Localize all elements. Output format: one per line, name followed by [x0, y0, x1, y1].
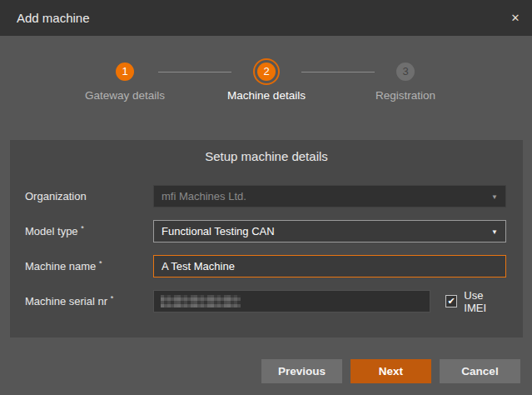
redacted-serial-value — [161, 295, 241, 308]
wizard-stepper: 1 2 3 Gateway details Machine details Re… — [0, 36, 532, 140]
use-imei-group: ✔ Use IMEI — [445, 289, 506, 314]
step-1-label: Gateway details — [67, 89, 183, 102]
step-2-circle[interactable]: 2 — [253, 58, 280, 85]
machine-serial-input[interactable] — [153, 290, 430, 312]
organization-label: Organization — [25, 189, 153, 202]
panel-title: Setup machine details — [10, 140, 523, 163]
cancel-button[interactable]: Cancel — [440, 359, 520, 383]
next-button[interactable]: Next — [351, 359, 431, 383]
form-rows: Organization mfi Machines Ltd. ▼ Model t… — [25, 185, 506, 325]
machine-name-input[interactable] — [153, 255, 506, 278]
close-icon[interactable]: ✕ — [507, 10, 524, 27]
model-type-value: Functional Testing CAN — [154, 225, 275, 238]
step-2-number: 2 — [257, 62, 276, 81]
model-type-select[interactable]: Functional Testing CAN ▼ — [153, 220, 506, 242]
machine-serial-label: Machine serial nr * — [25, 294, 153, 308]
model-type-row: Model type * Functional Testing CAN ▼ — [25, 220, 506, 242]
organization-select[interactable]: mfi Machines Ltd. ▼ — [153, 185, 506, 208]
machine-details-panel: Setup machine details Organization mfi M… — [10, 140, 523, 338]
machine-name-label: Machine name * — [25, 259, 153, 272]
footer-buttons: Previous Next Cancel — [261, 359, 520, 383]
chevron-down-icon: ▼ — [491, 192, 498, 200]
add-machine-dialog: Add machine ✕ 1 2 3 Gateway details Mach… — [0, 0, 532, 395]
stepper-connector — [301, 72, 375, 72]
step-1-circle[interactable]: 1 — [116, 62, 134, 81]
chevron-down-icon: ▼ — [491, 228, 498, 235]
dialog-title: Add machine — [17, 0, 90, 36]
step-3-circle[interactable]: 3 — [396, 62, 415, 81]
step-2-label: Machine details — [208, 89, 325, 102]
title-bar: Add machine ✕ — [0, 0, 532, 36]
machine-serial-row: Machine serial nr * ✔ Use IMEI — [25, 290, 506, 312]
organization-value: mfi Machines Ltd. — [154, 190, 246, 202]
stepper-connector — [158, 72, 231, 72]
step-3-label: Registration — [347, 89, 464, 102]
machine-name-row: Machine name * — [25, 255, 506, 278]
use-imei-checkbox[interactable]: ✔ — [445, 295, 457, 308]
use-imei-label: Use IMEI — [464, 289, 506, 314]
model-type-label: Model type * — [25, 224, 153, 238]
organization-row: Organization mfi Machines Ltd. ▼ — [25, 185, 506, 208]
previous-button[interactable]: Previous — [261, 359, 342, 383]
